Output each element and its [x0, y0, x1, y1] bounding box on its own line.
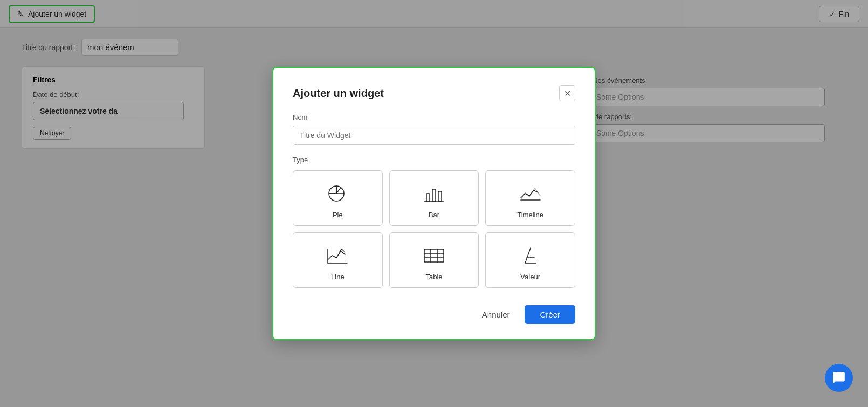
widget-type-valeur[interactable]: Valeur	[485, 232, 575, 288]
svg-rect-3	[438, 191, 442, 201]
svg-rect-2	[432, 189, 436, 201]
widget-type-table[interactable]: Table	[389, 232, 479, 288]
valeur-icon	[515, 244, 546, 267]
modal-close-button[interactable]: ✕	[559, 85, 575, 101]
widget-type-timeline[interactable]: Timeline	[485, 170, 575, 226]
table-icon	[419, 244, 449, 267]
timeline-label: Timeline	[517, 211, 543, 219]
bar-label: Bar	[429, 211, 439, 219]
modal-overlay: Ajouter un widget ✕ Nom Type	[0, 0, 868, 407]
add-widget-modal: Ajouter un widget ✕ Nom Type	[272, 67, 596, 340]
close-icon: ✕	[564, 88, 571, 99]
name-label: Nom	[293, 113, 575, 121]
chat-icon	[832, 371, 846, 385]
widget-types-grid: Pie Bar	[293, 170, 575, 288]
widget-type-bar[interactable]: Bar	[389, 170, 479, 226]
pie-label: Pie	[333, 211, 343, 219]
bar-icon	[419, 182, 449, 205]
line-icon	[322, 244, 353, 267]
creer-button[interactable]: Créer	[525, 305, 575, 324]
modal-footer: Annuler Créer	[293, 303, 575, 324]
valeur-label: Valeur	[520, 273, 540, 281]
modal-title: Ajouter un widget	[293, 87, 384, 100]
widget-type-line[interactable]: Line	[293, 232, 383, 288]
table-label: Table	[425, 273, 442, 281]
type-label: Type	[293, 156, 575, 164]
chat-bubble[interactable]	[825, 364, 853, 392]
widget-name-input[interactable]	[293, 126, 575, 145]
modal-header: Ajouter un widget ✕	[293, 85, 575, 101]
line-label: Line	[331, 273, 345, 281]
svg-rect-1	[426, 194, 430, 201]
annuler-button[interactable]: Annuler	[476, 306, 516, 323]
pie-icon	[322, 182, 353, 205]
svg-rect-7	[424, 249, 444, 262]
widget-type-pie[interactable]: Pie	[293, 170, 383, 226]
timeline-icon	[515, 182, 546, 205]
